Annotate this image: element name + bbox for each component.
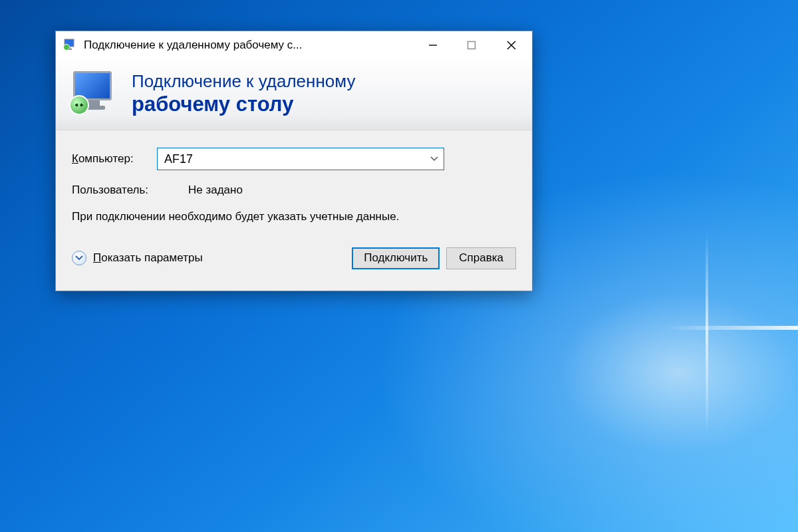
computer-label: Компьютер: [72,152,157,166]
banner: Подключение к удаленному рабочему столу [56,59,532,130]
banner-line1: Подключение к удаленному [132,71,355,92]
credentials-info: При подключении необходимо будет указать… [72,209,444,225]
svg-rect-5 [468,42,475,49]
chevron-down-icon[interactable] [425,154,438,164]
app-icon [63,38,77,53]
bg-light-streak [665,326,798,330]
bg-light-streak-vertical [706,233,708,432]
banner-text: Подключение к удаленному рабочему столу [132,71,355,116]
close-button[interactable] [491,31,532,59]
rdp-window: Подключение к удаленному рабочему с... [55,31,533,291]
maximize-button[interactable] [452,31,491,59]
help-button[interactable]: Справка [446,247,516,269]
footer: Показать параметры Подключить Справка [72,245,516,281]
svg-point-3 [64,45,70,51]
user-value: Не задано [188,184,243,197]
rdp-monitor-icon [70,70,118,118]
user-label: Пользователь: [72,184,188,197]
dialog-body: Компьютер: Пользователь: Не задано При п… [56,130,532,291]
show-options-label: Показать параметры [93,251,203,265]
banner-line2: рабочему столу [132,92,355,116]
computer-combobox[interactable] [157,148,444,170]
user-row: Пользователь: Не задано [72,184,516,197]
computer-input[interactable] [164,152,425,166]
window-title: Подключение к удаленному рабочему с... [84,39,414,52]
computer-row: Компьютер: [72,148,516,170]
titlebar[interactable]: Подключение к удаленному рабочему с... [56,31,532,59]
show-options-link[interactable]: Показать параметры [72,251,345,265]
connect-button[interactable]: Подключить [352,247,440,269]
window-controls [414,31,532,59]
minimize-button[interactable] [414,31,452,59]
expand-down-icon [72,251,86,265]
